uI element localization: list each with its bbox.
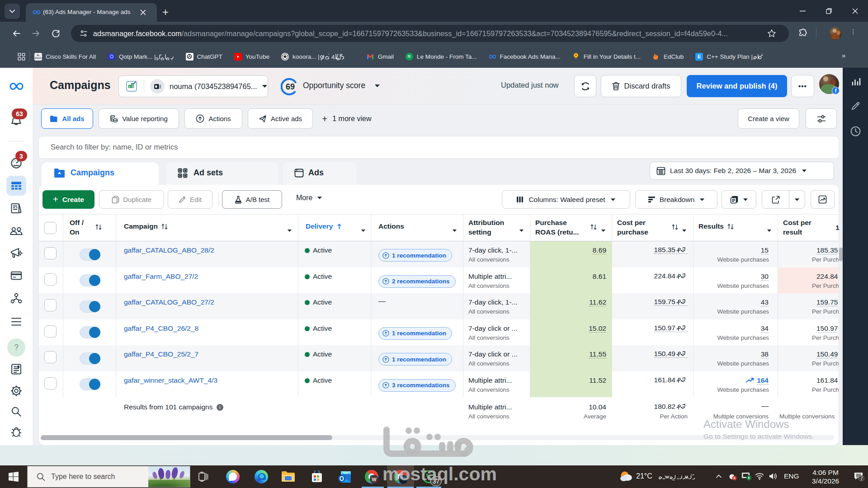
svg-text:7: 7 <box>860 476 863 481</box>
svg-text:69: 69 <box>286 82 295 91</box>
svg-text:4: 4 <box>331 53 335 60</box>
